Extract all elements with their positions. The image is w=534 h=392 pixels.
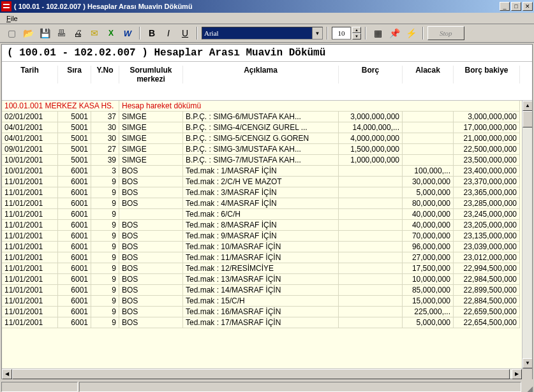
export-excel-icon[interactable]: X bbox=[103, 26, 119, 40]
spin-down-icon[interactable]: ▼ bbox=[352, 33, 361, 40]
scroll-left-icon[interactable]: ◀ bbox=[2, 369, 12, 379]
table-row[interactable]: 11/01/200160019BOSTed.mak : 16/MASRAF İÇ… bbox=[2, 307, 532, 317]
cell-sor: BOS bbox=[119, 263, 183, 274]
cell-yno: 9 bbox=[91, 285, 119, 296]
col-alacak[interactable]: Alacak bbox=[403, 66, 454, 83]
table-row[interactable]: 11/01/200160019BOSTed.mak : 17/MASRAF İÇ… bbox=[2, 317, 532, 328]
scroll-down-icon[interactable]: ▼ bbox=[523, 358, 532, 368]
bold-button[interactable]: B bbox=[144, 26, 159, 40]
cell-tarih: 11/01/2001 bbox=[2, 285, 58, 296]
report-area: ( 100.01 - 102.02.007 ) Hesaplar Arası M… bbox=[1, 44, 533, 379]
cell-sira: 6001 bbox=[58, 263, 91, 274]
cell-borc bbox=[339, 187, 403, 198]
maximize-button[interactable]: □ bbox=[511, 2, 521, 11]
cell-yno: 9 bbox=[91, 220, 119, 231]
close-button[interactable]: ✕ bbox=[523, 2, 533, 11]
table-row[interactable]: 11/01/200160019BOSTed.mak : 4/MASRAF İÇİ… bbox=[2, 198, 532, 209]
horizontal-scrollbar[interactable]: ◀ ▶ bbox=[2, 368, 532, 379]
cell-tarih: 11/01/2001 bbox=[2, 209, 58, 220]
cell-alacak: 5,000,000 bbox=[403, 317, 454, 328]
report-title: ( 100.01 - 102.02.007 ) Hesaplar Arası M… bbox=[2, 45, 532, 61]
table-row[interactable]: 11/01/200160019BOSTed.mak : 9/MASRAF İÇİ… bbox=[2, 231, 532, 242]
print-icon[interactable]: 🖶 bbox=[54, 26, 69, 40]
cell-acik: Ted.mak : 6/C/H bbox=[183, 209, 339, 220]
table-row[interactable]: 11/01/200160019BOSTed.mak : 8/MASRAF İÇİ… bbox=[2, 220, 532, 231]
export-word-icon[interactable]: W bbox=[120, 26, 135, 40]
scroll-up-icon[interactable]: ▲ bbox=[523, 101, 532, 111]
table-row[interactable]: 11/01/200160019Ted.mak : 6/C/H40,000,000… bbox=[2, 209, 532, 220]
cell-bbak: 22,500,000,000 bbox=[454, 144, 520, 155]
mail-icon[interactable]: ✉ bbox=[87, 26, 102, 40]
stop-button[interactable]: Stop bbox=[427, 26, 464, 40]
table-row[interactable]: 10/01/200160013BOSTed.mak : 1/MASRAF İÇİ… bbox=[2, 166, 532, 177]
cell-tarih: 02/01/2001 bbox=[2, 112, 58, 122]
cell-sor bbox=[119, 209, 183, 220]
cell-bbak: 23,285,000,000 bbox=[454, 198, 520, 209]
table-row[interactable]: 04/01/2001500130SIMGEB.P.Ç. : SIMG-5/CEN… bbox=[2, 133, 532, 144]
file-menu[interactable]: File bbox=[3, 15, 22, 22]
table-row[interactable]: 11/01/200160019BOSTed.mak : 15/C/H15,000… bbox=[2, 296, 532, 307]
cell-yno: 30 bbox=[91, 133, 119, 144]
print-preview-icon[interactable]: 🖨 bbox=[70, 26, 85, 40]
grid-icon[interactable]: ▦ bbox=[370, 26, 385, 40]
grid-body[interactable]: 100.01.001 MERKEZ KASA HS.Hesap hareket … bbox=[2, 101, 532, 368]
cell-tarih: 11/01/2001 bbox=[2, 274, 58, 285]
underline-button[interactable]: U bbox=[177, 26, 193, 40]
col-borc[interactable]: Borç bbox=[339, 66, 403, 83]
cell-alacak: 17,500,000 bbox=[403, 263, 454, 274]
table-row[interactable]: 09/01/2001500127SIMGEB.P.Ç. : SIMG-3/MUS… bbox=[2, 144, 532, 155]
cell-sor: BOS bbox=[119, 187, 183, 198]
minimize-button[interactable]: _ bbox=[500, 2, 510, 11]
table-row[interactable]: 11/01/200160019BOSTed.mak : 14/MASRAF İÇ… bbox=[2, 285, 532, 296]
cell-sor: SIMGE bbox=[119, 144, 183, 155]
cell-tarih: 10/01/2001 bbox=[2, 155, 58, 166]
cell-yno: 9 bbox=[91, 307, 119, 317]
column-headers: Tarih Sıra Y.No Sorumluluk merkezi Açıkl… bbox=[2, 61, 532, 101]
table-row[interactable]: 11/01/200160019BOSTed.mak : 12/RESİMCİYE… bbox=[2, 263, 532, 274]
cell-bbak: 23,400,000,000 bbox=[454, 166, 520, 177]
table-row[interactable]: 11/01/200160019BOSTed.mak : 3/MASRAF İÇİ… bbox=[2, 187, 532, 198]
italic-button[interactable]: I bbox=[161, 26, 176, 40]
cell-sor: BOS bbox=[119, 274, 183, 285]
save-icon[interactable]: 💾 bbox=[37, 26, 52, 40]
scroll-right-icon[interactable]: ▶ bbox=[512, 369, 522, 379]
dropdown-icon[interactable]: ▼ bbox=[312, 27, 322, 39]
table-row[interactable]: 11/01/200160019BOSTed.mak : 11/MASRAF İÇ… bbox=[2, 252, 532, 263]
table-row[interactable]: 11/01/200160019BOSTed.mak : 2/C/H VE MAZ… bbox=[2, 177, 532, 187]
font-name-combo[interactable]: ▼ bbox=[202, 27, 323, 40]
cell-sira: 5001 bbox=[58, 155, 91, 166]
col-sor[interactable]: Sorumluluk merkezi bbox=[119, 66, 183, 83]
status-panel-2 bbox=[79, 382, 521, 392]
col-tarih[interactable]: Tarih bbox=[2, 66, 58, 83]
table-row[interactable]: 11/01/200160019BOSTed.mak : 13/MASRAF İÇ… bbox=[2, 274, 532, 285]
table-row[interactable]: 04/01/2001500130SIMGEB.P.Ç. : SIMG-4/CEN… bbox=[2, 122, 532, 133]
new-icon[interactable]: ▢ bbox=[4, 26, 19, 40]
table-row[interactable]: 11/01/200160019BOSTed.mak : 10/MASRAF İÇ… bbox=[2, 242, 532, 252]
cell-sira: 6001 bbox=[58, 307, 91, 317]
table-row[interactable]: 10/01/2001500139SIMGEB.P.Ç. : SIMG-7/MUS… bbox=[2, 155, 532, 166]
cell-acik: B.P.Ç. : SIMG-3/MUSTAFA KAH... bbox=[183, 144, 339, 155]
vertical-scrollbar[interactable]: ▲ ▼ bbox=[522, 101, 532, 368]
cell-bbak: 23,135,000,000 bbox=[454, 231, 520, 242]
col-bbak[interactable]: Borç bakiye bbox=[454, 66, 520, 83]
hscroll-thumb[interactable] bbox=[12, 369, 510, 379]
font-name-input[interactable] bbox=[202, 27, 312, 39]
col-sira[interactable]: Sıra bbox=[58, 66, 91, 83]
section-header-row[interactable]: 100.01.001 MERKEZ KASA HS.Hesap hareket … bbox=[2, 101, 532, 112]
cell-sor: BOS bbox=[119, 166, 183, 177]
col-acik[interactable]: Açıklama bbox=[183, 66, 339, 83]
cell-alacak bbox=[403, 122, 454, 133]
open-icon[interactable]: 📂 bbox=[20, 26, 36, 40]
cell-sor: SIMGE bbox=[119, 122, 183, 133]
cell-bbak: 3,000,000,000 bbox=[454, 112, 520, 122]
scroll-thumb[interactable] bbox=[523, 111, 532, 127]
spin-up-icon[interactable]: ▲ bbox=[352, 27, 361, 33]
pin-icon[interactable]: 📌 bbox=[387, 26, 402, 40]
resize-grip-icon[interactable] bbox=[523, 382, 533, 392]
refresh-icon[interactable]: ⚡ bbox=[403, 26, 419, 40]
table-row[interactable]: 02/01/2001500137SIMGEB.P.Ç. : SIMG-6/MUS… bbox=[2, 112, 532, 122]
font-size-input[interactable] bbox=[332, 27, 351, 40]
col-yno[interactable]: Y.No bbox=[91, 66, 119, 83]
font-size-spinner[interactable]: ▲ ▼ bbox=[352, 27, 361, 40]
cell-sor: SIMGE bbox=[119, 112, 183, 122]
